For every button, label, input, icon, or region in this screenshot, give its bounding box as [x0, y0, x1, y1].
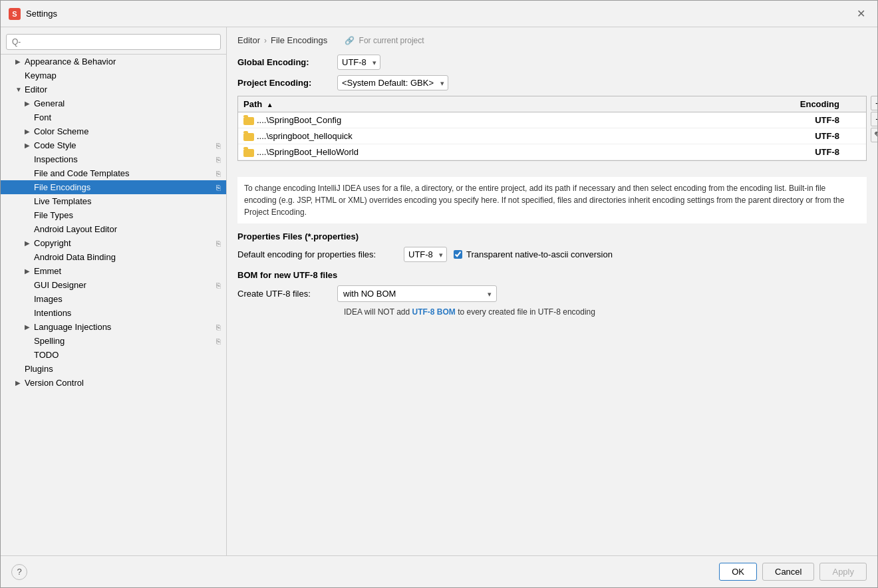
table-row[interactable]: ....\springboot_helloquickUTF-8	[238, 128, 866, 144]
copy-icon: ⎘	[216, 239, 221, 247]
project-encoding-dropdown-wrapper: <System Default: GBK>	[337, 75, 448, 90]
sidebar-item-android-data-binding[interactable]: Android Data Binding	[1, 250, 226, 264]
sidebar-item-file-code-templates[interactable]: File and Code Templates⎘	[1, 166, 226, 180]
sidebar-item-label: Android Data Binding	[34, 252, 221, 262]
table-header-row: Path ▲ Encoding	[238, 96, 866, 112]
sidebar-item-gui-designer[interactable]: GUI Designer⎘	[1, 278, 226, 292]
table-cell-encoding: UTF-8	[639, 112, 866, 128]
sidebar-item-label: Font	[34, 112, 221, 122]
ok-button[interactable]: OK	[719, 563, 757, 581]
cancel-button[interactable]: Cancel	[762, 563, 814, 581]
sidebar-item-label: Keymap	[25, 71, 221, 80]
sidebar-item-code-style[interactable]: ▶Code Style⎘	[1, 138, 226, 152]
sidebar-item-copyright[interactable]: ▶Copyright⎘	[1, 236, 226, 250]
bom-note: IDEA will NOT add UTF-8 BOM to every cre…	[344, 307, 867, 317]
project-encoding-select[interactable]: <System Default: GBK>	[337, 75, 448, 90]
arrow-icon: ▶	[25, 142, 34, 149]
search-input[interactable]	[6, 34, 221, 50]
sidebar-item-file-encodings[interactable]: File Encodings⎘	[1, 180, 226, 194]
sidebar-item-language-injections[interactable]: ▶Language Injections⎘	[1, 320, 226, 334]
sidebar-item-label: File and Code Templates	[34, 168, 214, 178]
sidebar-item-emmet[interactable]: ▶Emmet	[1, 264, 226, 278]
table-section: Path ▲ Encoding ....\SpringBoot_ConfigUT…	[237, 96, 867, 169]
project-link[interactable]: 🔗 For current project	[345, 36, 424, 45]
edit-row-button[interactable]: ✎	[871, 128, 877, 142]
sidebar-item-label: Images	[34, 294, 221, 304]
sidebar-item-intentions[interactable]: Intentions	[1, 306, 226, 320]
global-encoding-select[interactable]: UTF-8	[337, 55, 380, 70]
dialog-title: Settings	[26, 9, 57, 19]
sidebar-item-todo[interactable]: TODO	[1, 348, 226, 362]
sidebar-item-label: Appearance & Behavior	[25, 57, 221, 67]
copy-icon: ⎘	[216, 184, 221, 192]
sidebar-item-images[interactable]: Images	[1, 292, 226, 306]
sidebar-item-live-templates[interactable]: Live Templates	[1, 194, 226, 208]
bom-select[interactable]: with NO BOM with BOM	[337, 285, 497, 302]
encoding-table: Path ▲ Encoding ....\SpringBoot_ConfigUT…	[238, 96, 866, 160]
sidebar-item-color-scheme[interactable]: ▶Color Scheme	[1, 124, 226, 138]
properties-section-header: Properties Files (*.properties)	[237, 231, 867, 241]
arrow-icon: ▶	[15, 379, 25, 386]
title-bar: S Settings ✕	[1, 1, 877, 27]
table-cell-path: ....\SpringBoot_Config	[238, 112, 639, 128]
settings-dialog: S Settings ✕ ▶Appearance & BehaviorKeyma…	[0, 0, 878, 588]
project-link-text: For current project	[359, 36, 424, 45]
copy-icon: ⎘	[216, 170, 221, 178]
arrow-icon: ▼	[15, 86, 25, 93]
add-row-button[interactable]: +	[871, 96, 877, 110]
table-cell-encoding: UTF-8	[639, 144, 866, 160]
close-button[interactable]: ✕	[853, 6, 869, 21]
table-row[interactable]: ....\SpringBoot_HelloWorldUTF-8	[238, 144, 866, 160]
sidebar-item-label: File Types	[34, 210, 221, 220]
table-cell-encoding: UTF-8	[639, 128, 866, 144]
sidebar-item-version-control[interactable]: ▶Version Control	[1, 376, 226, 390]
col-encoding-header: Encoding	[639, 96, 866, 112]
arrow-icon: ▶	[25, 239, 34, 247]
sidebar-item-keymap[interactable]: Keymap	[1, 69, 226, 82]
sidebar-item-label: Intentions	[34, 308, 221, 318]
copy-icon: ⎘	[216, 156, 221, 164]
remove-row-button[interactable]: −	[871, 112, 877, 126]
sidebar-item-plugins[interactable]: Plugins	[1, 362, 226, 376]
sidebar-tree: ▶Appearance & BehaviorKeymap▼Editor▶Gene…	[1, 55, 226, 390]
sidebar-item-label: Copyright	[34, 238, 214, 248]
breadcrumb-part1: Editor	[237, 35, 260, 45]
main-panel: Editor › File Encodings 🔗 For current pr…	[227, 27, 877, 555]
arrow-icon: ▶	[25, 267, 34, 275]
global-encoding-label: Global Encoding:	[237, 57, 331, 67]
table-body: ....\SpringBoot_ConfigUTF-8....\springbo…	[238, 112, 866, 160]
arrow-icon: ▶	[25, 323, 34, 331]
apply-button[interactable]: Apply	[819, 563, 867, 581]
sidebar-item-font[interactable]: Font	[1, 110, 226, 124]
sidebar-item-general[interactable]: ▶General	[1, 96, 226, 110]
sidebar-item-label: File Encodings	[34, 182, 214, 192]
sidebar-item-label: Inspections	[34, 154, 214, 164]
bom-section-header: BOM for new UTF-8 files	[237, 270, 867, 280]
breadcrumb-part2: File Encodings	[271, 35, 327, 45]
sidebar-item-android-layout-editor[interactable]: Android Layout Editor	[1, 222, 226, 236]
help-button[interactable]: ?	[11, 564, 27, 580]
sidebar-item-label: Code Style	[34, 140, 214, 150]
sidebar-item-label: Live Templates	[34, 196, 221, 206]
bottom-bar-right: OK Cancel Apply	[719, 563, 867, 581]
sidebar-item-spelling[interactable]: Spelling⎘	[1, 334, 226, 348]
arrow-icon: ▶	[25, 100, 34, 107]
transparent-checkbox[interactable]	[454, 250, 462, 259]
copy-icon: ⎘	[216, 281, 221, 289]
default-enc-select[interactable]: UTF-8	[404, 247, 447, 262]
sidebar-item-label: Language Injections	[34, 322, 214, 332]
folder-icon	[243, 117, 254, 125]
table-row[interactable]: ....\SpringBoot_ConfigUTF-8	[238, 112, 866, 128]
bom-select-wrapper: with NO BOM with BOM	[337, 285, 497, 302]
sidebar-item-inspections[interactable]: Inspections⎘	[1, 152, 226, 166]
bom-note-link[interactable]: UTF-8 BOM	[412, 307, 455, 317]
copy-icon: ⎘	[216, 142, 221, 150]
sidebar-item-appearance[interactable]: ▶Appearance & Behavior	[1, 55, 226, 69]
sidebar-item-file-types[interactable]: File Types	[1, 208, 226, 222]
breadcrumb: Editor › File Encodings 🔗 For current pr…	[237, 35, 867, 45]
copy-icon: ⎘	[216, 323, 221, 331]
sidebar-item-editor[interactable]: ▼Editor	[1, 82, 226, 96]
global-encoding-row: Global Encoding: UTF-8	[237, 55, 867, 70]
folder-icon	[243, 133, 254, 141]
sidebar-item-label: Emmet	[34, 266, 221, 276]
